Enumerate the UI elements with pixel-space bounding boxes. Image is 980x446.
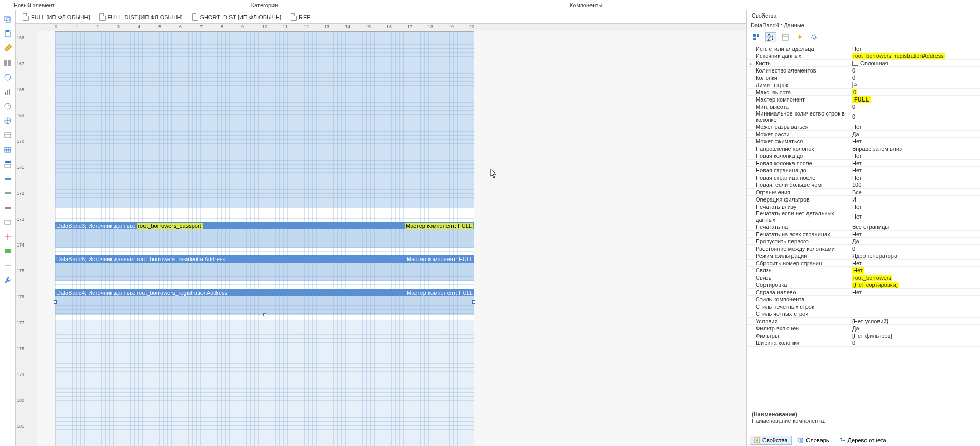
tool-green-icon[interactable] [3,247,12,256]
property-row[interactable]: Печатать если нет детальных данныхНет [747,210,980,223]
tab-full-dist[interactable]: FULL_DIST [ИП ФЛ ОБЫЧН] [96,12,186,22]
bottom-tab-dictionary[interactable]: Словарь [793,436,833,445]
property-value[interactable]: Все страницы [850,224,980,230]
property-value[interactable]: Ядро генератора [850,253,980,259]
property-value[interactable]: fx [850,82,980,88]
property-row[interactable]: Новая страница послеНет [747,174,980,181]
property-row[interactable]: Новая колонка доНет [747,152,980,160]
property-value[interactable]: Нет [850,153,980,159]
tab-ref[interactable]: REF [287,12,313,22]
report-page[interactable]: DataBand3; Источник данных: root_borrowe… [55,31,474,446]
property-row[interactable]: Новая колонка послеНет [747,160,980,167]
property-row[interactable]: Сортировка[Нет сортировки] [747,281,980,289]
tool-pencil-icon[interactable] [3,44,12,53]
prop-categorized-icon[interactable] [751,32,762,42]
canvas[interactable]: 1661671681691701711721731741751761771781… [16,24,746,446]
tool-chart-icon[interactable] [3,87,12,96]
property-value[interactable]: Нет [850,204,980,210]
property-row[interactable]: Стиль компонента [747,296,980,303]
bottom-tab-report-tree[interactable]: Дерево отчета [835,436,891,445]
tool-header-icon[interactable] [3,160,12,169]
property-value[interactable]: Нет [850,260,980,266]
tool-panel-icon[interactable] [3,131,12,140]
property-row[interactable]: Печатать наВсе страницы [747,223,980,231]
tool-band1-icon[interactable] [3,174,12,183]
property-value[interactable]: 0 [850,89,980,95]
property-value[interactable]: Нет [850,289,980,295]
fx-icon[interactable]: fx [852,82,859,88]
tool-wrench-icon[interactable] [3,276,12,285]
tab-short-dist[interactable]: SHORT_DIST [ИП ФЛ ОБЫЧН] [189,12,284,22]
tool-cross-icon[interactable] [3,232,12,241]
property-row[interactable]: Мастер компонентFULL [747,96,980,103]
properties-object-selector[interactable]: DataBand4 : Данные [747,21,980,30]
property-row[interactable]: Направление колонокВправо затем вниз [747,145,980,152]
databand5-header[interactable]: DataBand5; Источник данных: root_borrowe… [55,255,474,263]
prop-alphabetical-icon[interactable]: AZ [765,32,776,42]
property-row[interactable]: ОграниченияВсе [747,189,980,196]
tool-shape-icon[interactable] [3,73,12,82]
property-value[interactable]: Вправо затем вниз [850,146,980,152]
property-row[interactable]: СвязьНет [747,267,980,274]
property-value[interactable]: Да [850,238,980,244]
property-row[interactable]: Может разрыватьсяНет [747,123,980,131]
tool-globe-icon[interactable] [3,116,12,125]
property-row[interactable]: Условия[Нет условий] [747,318,980,325]
property-value[interactable]: Да [850,325,980,332]
tool-line-icon[interactable] [3,261,12,270]
property-value[interactable]: [Нет сортировки] [850,282,980,288]
property-value[interactable]: Нет [850,267,980,274]
property-value[interactable]: root_borrowers [850,275,980,281]
property-row[interactable]: Может растиДа [747,131,980,138]
resize-handle[interactable] [263,313,266,316]
property-row[interactable]: Расстояние между колонками0 [747,245,980,252]
tool-band3-icon[interactable] [3,203,12,212]
property-row[interactable]: КистьСплошная [747,60,980,67]
tool-copy-icon[interactable] [3,15,12,24]
property-row[interactable]: Новая страница доНет [747,167,980,174]
property-row[interactable]: Режим фильтрацииЯдро генератора [747,252,980,260]
property-value[interactable]: 0 [850,75,980,81]
property-value[interactable]: Нет [850,231,980,237]
property-row[interactable]: Печатать на всех страницахНет [747,231,980,238]
property-row[interactable]: Справа налевоНет [747,289,980,296]
property-value[interactable]: Да [850,131,980,137]
property-row[interactable]: Ширина колонки0 [747,339,980,347]
property-value[interactable]: Нет [850,175,980,181]
property-row[interactable]: Может сжиматьсяНет [747,138,980,145]
property-value[interactable]: 0 [850,104,980,110]
property-value[interactable]: 0 [850,67,980,74]
property-value[interactable]: 100 [850,182,980,188]
tool-band2-icon[interactable] [3,189,12,198]
tool-table-icon[interactable] [3,145,12,154]
property-row[interactable]: Макс. высота0 [747,89,980,96]
prop-layout-icon[interactable] [780,32,791,42]
tool-rect-icon[interactable] [3,218,12,227]
property-value[interactable]: И [850,196,980,203]
prop-events-icon[interactable] [794,32,805,42]
property-row[interactable]: Связьroot_borrowers [747,274,980,281]
property-row[interactable]: Фильтры[Нет фильтров] [747,332,980,339]
property-row[interactable]: Стиль нечетных строк [747,303,980,310]
tool-barcode-icon[interactable] [3,58,12,67]
bottom-tab-properties[interactable]: Свойства [750,436,792,445]
resize-handle[interactable] [472,300,475,304]
databand5-body[interactable] [55,263,474,281]
property-row[interactable]: Источник данныхroot_borrowers_registrati… [747,52,980,60]
property-value[interactable]: 0 [850,246,980,252]
property-value[interactable]: [Нет фильтров] [850,333,980,339]
tool-paste-icon[interactable] [3,29,12,38]
databand3-body[interactable] [55,229,474,248]
property-row[interactable]: Минимальное количество строк в колонке0 [747,110,980,123]
property-row[interactable]: Количество элементов0 [747,67,980,74]
property-row[interactable]: Мин. высота0 [747,103,980,110]
property-row[interactable]: Колонки0 [747,74,980,81]
property-grid[interactable]: Исп. стили владельцаНетИсточник данныхro… [747,45,980,408]
property-row[interactable]: Операция фильтровИ [747,196,980,203]
property-value[interactable]: Нет [850,167,980,174]
property-value[interactable]: Нет [850,138,980,145]
property-row[interactable]: Исп. стили владельцаНет [747,45,980,52]
property-value[interactable]: Сплошная [850,60,980,66]
property-row[interactable]: Стиль четных строк [747,310,980,318]
property-row[interactable]: Печатать внизуНет [747,203,980,210]
